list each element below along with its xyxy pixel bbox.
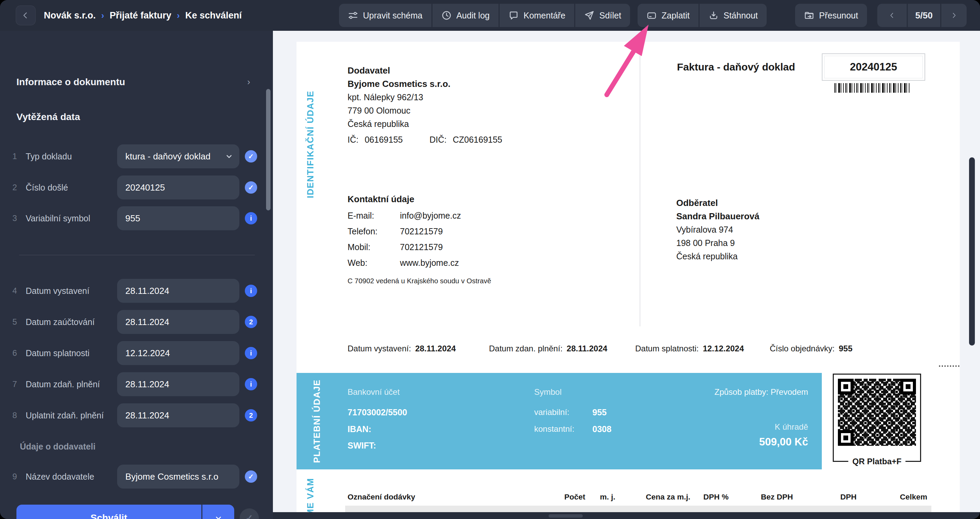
supplier-block: Dodavatel Byjome Cosmetics s.r.o. kpt. N… [348,64,502,146]
download-label: Stáhnout [724,11,758,21]
contact-heading: Kontaktní údaje [348,194,491,205]
column-divider [640,56,640,326]
approve-button[interactable]: Schválit [16,505,201,519]
field-status-badge[interactable]: i [245,347,257,359]
sidebar-scrollbar[interactable] [266,89,270,210]
order-number: Číslo objednávky:955 [770,344,852,353]
items-header-vat-rate: DPH % [703,493,729,502]
audit-log-button[interactable]: Audit log [433,4,499,27]
sidebar: Informace o dokumentu › Vytěžená data 1 … [0,31,273,519]
folder-move-icon [804,10,814,21]
invoice-page: IDENTIFIKAČNÍ ÚDAJE Dodavatel Byjome Cos… [296,42,960,512]
payment-method: Způsob platby: Převodem [714,387,808,397]
contact-value: 702121579 [400,242,491,252]
field-label: Název dodavatele [26,465,94,489]
share-button[interactable]: Sdílet [575,4,630,27]
field-status-badge[interactable]: ✓ [245,150,257,162]
horizontal-scrollbar[interactable] [549,514,583,517]
field-status-badge[interactable]: 2 [245,409,257,422]
section-extracted-data: Vytěžená data [16,111,80,122]
field-row-nazev-dodavatele: 9 Název dodavatele Byjome Cosmetics s.r.… [0,465,273,489]
typ-dokladu-select[interactable]: ktura - daňový doklad [117,144,239,168]
breadcrumb-folder[interactable]: Přijaté faktury [110,10,171,21]
items-first-row [345,506,931,512]
send-icon [584,10,595,21]
section-document-info[interactable]: Informace o dokumentu [16,77,125,87]
download-button[interactable]: Stáhnout [700,4,767,27]
variabilni-symbol-input[interactable]: 955 [117,206,239,230]
field-row-uplatnit-zdan-plneni: 8 Uplatnit zdaň. plnění 28.11.2024 2 [0,403,273,427]
prev-page-button[interactable] [877,4,907,27]
constant-symbol-value: 0308 [592,424,612,434]
field-status-badge[interactable]: 2 [245,316,257,328]
uplatnit-zdan-plneni-input[interactable]: 28.11.2024 [117,403,239,427]
datum-zauctovani-input[interactable]: 28.11.2024 [117,310,239,334]
field-status-badge[interactable]: i [245,212,257,224]
approve-status-icon: ✓ [240,508,259,519]
due-amount: 509,00 Kč [759,436,808,448]
field-label: Datum splatnosti [26,341,89,365]
variable-symbol-value: 955 [592,408,607,417]
items-side-label: FAKTURUJEME VÁM [305,478,316,512]
nazev-dodavatele-input[interactable]: Byjome Cosmetics s.r.o [117,465,239,489]
field-status-badge[interactable]: ✓ [245,470,257,483]
field-row-datum-zauctovani: 5 Datum zaúčtování 28.11.2024 2 [0,310,273,334]
nazev-dodavatele-value: Byjome Cosmetics s.r.o [125,471,218,482]
breadcrumb-subfolder[interactable]: Ke schválení [185,10,242,21]
supplier-heading: Dodavatel [348,64,502,77]
payment-box: PLATEBNÍ ÚDAJE Bankovní účet 71703002/55… [296,373,822,470]
edit-schema-button[interactable]: Upravit schéma [339,4,431,27]
comments-label: Komentáře [523,11,565,21]
items-header-unit: m. j. [600,493,615,502]
items-header-qty: Počet [564,493,585,502]
chevron-left-icon [21,11,30,20]
qr-payment-box: QR Platba+F [833,374,921,462]
move-label: Přesunout [819,11,858,21]
field-number: 9 [9,465,21,489]
supplier-street: kpt. Nálepky 962/13 [348,90,502,104]
datum-zauctovani-value: 28.11.2024 [125,317,169,327]
pay-button[interactable]: Zaplatit [638,4,698,27]
cislo-dosle-value: 20240125 [125,183,165,193]
contact-value: 702121579 [400,227,491,236]
back-button[interactable] [16,5,36,25]
customer-street: Vybíralova 974 [676,223,759,236]
field-row-datum-vystaveni: 4 Datum vystavení 28.11.2024 i [0,279,273,303]
next-page-button[interactable] [941,4,967,27]
move-button[interactable]: Přesunout [795,4,867,27]
chevron-right-icon[interactable]: › [247,77,250,87]
constant-symbol-label: konstantní: [534,424,574,434]
field-status-badge[interactable]: i [245,285,257,297]
breadcrumb-company[interactable]: Novák s.r.o. [44,10,96,21]
field-status-badge[interactable]: i [245,378,257,390]
invoice-number-box: 20240125 [822,53,925,81]
field-number: 5 [9,310,21,334]
approve-options-button[interactable] [202,505,234,519]
comments-button[interactable]: Komentáře [500,4,574,27]
cislo-dosle-input[interactable]: 20240125 [117,176,239,200]
field-status-badge[interactable]: ✓ [245,181,257,194]
iban-label: IBAN: [348,424,371,434]
datum-zdan-plneni-input[interactable]: 28.11.2024 [117,372,239,396]
items-header-vat: DPH [840,493,857,502]
document-scrollbar[interactable] [969,157,975,346]
qr-finder-icon [838,430,854,446]
app-window: Novák s.r.o. › Přijaté faktury › Ke schv… [0,0,980,519]
toolbar-group-move: Přesunout [795,4,867,27]
datum-vystaveni-input[interactable]: 28.11.2024 [117,279,239,303]
divider [19,255,255,255]
field-label: Číslo došlé [26,176,68,200]
items-header-description: Označení dodávky [348,493,415,502]
contact-label: Web: [348,258,400,268]
datum-splatnosti-input[interactable]: 12.12.2024 [117,341,239,365]
qr-finder-icon [900,379,916,394]
bank-account-label: Bankovní účet [348,387,399,397]
date-issued: Datum vystavení:28.11.2024 [348,344,489,353]
field-number: 4 [9,279,21,303]
toolbar-group-actions: Zaplatit Stáhnout [638,4,767,27]
toolbar-group-main: Upravit schéma Audit log Komentáře Sdíle… [339,4,630,27]
credit-card-icon [646,10,657,21]
qr-label: QR Platba+F [848,457,905,466]
court-registry-line: C 70902 vedená u Krajského soudu v Ostra… [348,277,491,285]
field-number: 7 [9,372,21,396]
